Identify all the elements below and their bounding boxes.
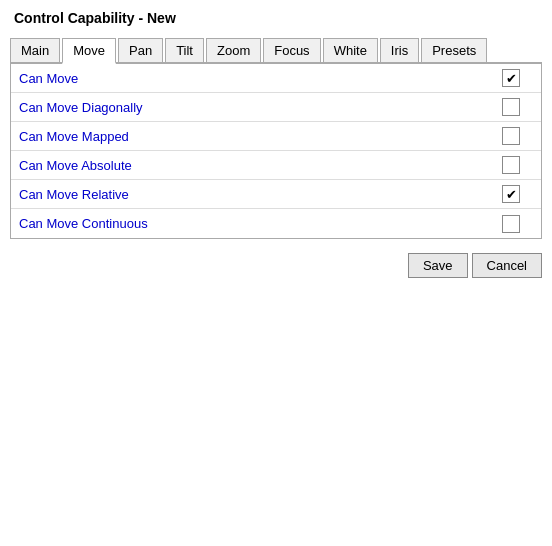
capability-table: Can MoveCan Move DiagonallyCan Move Mapp…	[10, 64, 542, 239]
row-label: Can Move Relative	[11, 181, 481, 208]
row-label: Can Move Diagonally	[11, 94, 481, 121]
checkbox-cell	[481, 215, 541, 233]
checkbox-cell	[481, 185, 541, 203]
tab-zoom[interactable]: Zoom	[206, 38, 261, 62]
footer-buttons: Save Cancel	[10, 253, 542, 278]
checkbox-can-move-diagonally[interactable]	[502, 98, 520, 116]
table-row: Can Move Mapped	[11, 122, 541, 151]
tab-white[interactable]: White	[323, 38, 378, 62]
save-button[interactable]: Save	[408, 253, 468, 278]
table-row: Can Move Continuous	[11, 209, 541, 238]
checkbox-can-move-relative[interactable]	[502, 185, 520, 203]
row-label: Can Move Mapped	[11, 123, 481, 150]
checkbox-can-move-absolute[interactable]	[502, 156, 520, 174]
cancel-button[interactable]: Cancel	[472, 253, 542, 278]
checkbox-can-move-continuous[interactable]	[502, 215, 520, 233]
tab-tilt[interactable]: Tilt	[165, 38, 204, 62]
row-label: Can Move Absolute	[11, 152, 481, 179]
checkbox-can-move-mapped[interactable]	[502, 127, 520, 145]
tab-bar: MainMovePanTiltZoomFocusWhiteIrisPresets	[10, 38, 542, 64]
table-row: Can Move	[11, 64, 541, 93]
row-label: Can Move	[11, 65, 481, 92]
checkbox-can-move[interactable]	[502, 69, 520, 87]
table-row: Can Move Relative	[11, 180, 541, 209]
tab-pan[interactable]: Pan	[118, 38, 163, 62]
tab-move[interactable]: Move	[62, 38, 116, 64]
checkbox-cell	[481, 69, 541, 87]
tab-main[interactable]: Main	[10, 38, 60, 62]
row-label: Can Move Continuous	[11, 210, 481, 237]
page-title: Control Capability - New	[10, 10, 542, 26]
checkbox-cell	[481, 98, 541, 116]
checkbox-cell	[481, 156, 541, 174]
tab-iris[interactable]: Iris	[380, 38, 419, 62]
tab-presets[interactable]: Presets	[421, 38, 487, 62]
checkbox-cell	[481, 127, 541, 145]
table-row: Can Move Diagonally	[11, 93, 541, 122]
table-row: Can Move Absolute	[11, 151, 541, 180]
tab-focus[interactable]: Focus	[263, 38, 320, 62]
